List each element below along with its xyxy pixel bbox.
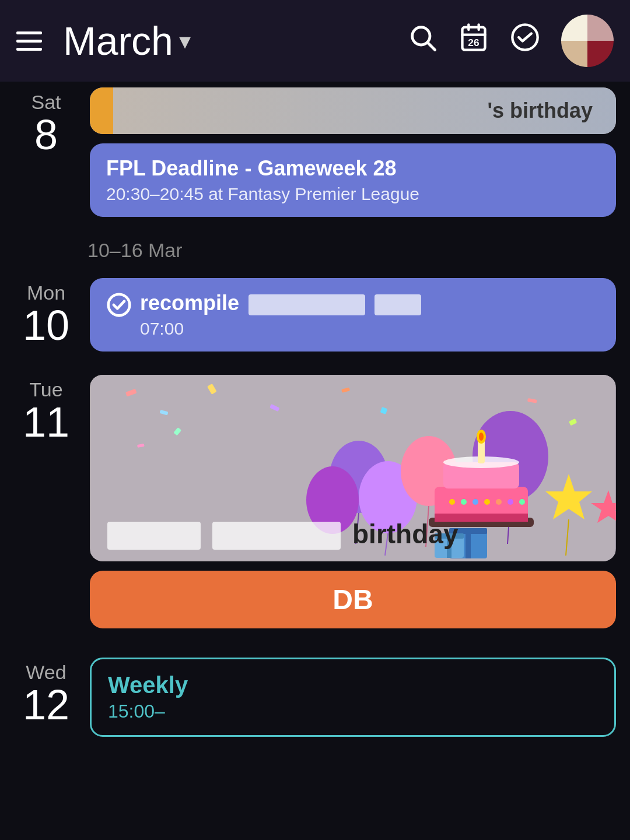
svg-point-41 xyxy=(461,499,467,505)
fpl-event[interactable]: FPL Deadline - Gameweek 28 20:30–20:45 a… xyxy=(90,143,616,217)
recompile-event-inner: recompile 07:00 xyxy=(106,291,600,339)
birthday-bg: birthday xyxy=(90,375,616,561)
avatar-cell-1 xyxy=(561,15,587,41)
avatar-cell-2 xyxy=(587,15,614,41)
calendar-day-button[interactable]: 26 xyxy=(459,22,489,59)
day-name-tue: Tue xyxy=(29,378,62,401)
month-title-area[interactable]: March ▾ xyxy=(63,18,407,64)
birthday-redacted-1 xyxy=(107,522,201,550)
svg-point-43 xyxy=(484,499,490,505)
day-label-mon10: Mon 10 xyxy=(14,278,78,346)
partial-event-text: 's birthday xyxy=(487,99,593,123)
day-num-8: 8 xyxy=(34,114,58,156)
month-dropdown-arrow[interactable]: ▾ xyxy=(179,27,191,54)
birthday-text: birthday xyxy=(352,518,458,550)
partial-birthday-event[interactable]: 's birthday xyxy=(90,87,616,134)
tasks-button[interactable] xyxy=(510,22,540,59)
task-check-icon xyxy=(106,292,132,324)
birthday-label-area: birthday xyxy=(107,518,598,550)
calendar-body: Sat 8 's birthday FPL Deadline - Gamewee… xyxy=(0,82,630,766)
svg-line-1 xyxy=(428,43,435,50)
weekly-time: 15:00– xyxy=(108,701,598,722)
day-label-sat8: Sat 8 xyxy=(14,87,78,156)
day-label-wed12: Wed 12 xyxy=(14,658,78,726)
app-header: March ▾ 26 xyxy=(0,0,630,82)
day-row-sat8: Sat 8 's birthday FPL Deadline - Gamewee… xyxy=(0,82,630,223)
day-name-mon: Mon xyxy=(27,282,65,304)
recompile-text: recompile 07:00 xyxy=(140,291,600,339)
events-sat8: 's birthday FPL Deadline - Gameweek 28 2… xyxy=(90,87,616,217)
menu-button[interactable] xyxy=(16,31,42,51)
events-tue11: birthday DB xyxy=(90,375,616,628)
avatar-cell-3 xyxy=(561,41,587,67)
day-name-wed: Wed xyxy=(26,661,66,684)
recompile-time: 07:00 xyxy=(140,319,600,339)
day-num-12: 12 xyxy=(23,684,69,726)
svg-point-8 xyxy=(108,294,130,316)
redacted-text-2 xyxy=(374,294,421,315)
svg-text:26: 26 xyxy=(468,37,480,48)
fpl-title: FPL Deadline - Gameweek 28 xyxy=(106,156,600,181)
recompile-title: recompile xyxy=(140,291,239,315)
day-label-tue11: Tue 11 xyxy=(14,375,78,443)
birthday-redacted-2 xyxy=(212,522,341,550)
svg-point-46 xyxy=(519,499,525,505)
user-avatar[interactable] xyxy=(561,15,614,67)
svg-point-40 xyxy=(449,499,455,505)
svg-point-39 xyxy=(479,433,484,441)
avatar-cell-4 xyxy=(587,41,614,67)
header-icons-area: 26 xyxy=(407,15,614,67)
svg-point-42 xyxy=(473,499,478,505)
weekly-event[interactable]: Weekly 15:00– xyxy=(90,658,616,737)
events-wed12: Weekly 15:00– xyxy=(90,658,616,737)
week-label: 10–16 Mar xyxy=(0,223,630,272)
redacted-text-1 xyxy=(249,294,365,315)
recompile-event[interactable]: recompile 07:00 xyxy=(90,278,616,352)
month-label: March xyxy=(63,18,173,64)
svg-point-45 xyxy=(508,499,513,505)
weekly-title: Weekly xyxy=(108,672,598,698)
events-mon10: recompile 07:00 xyxy=(90,278,616,352)
day-row-mon10: Mon 10 recompile xyxy=(0,272,630,357)
svg-point-44 xyxy=(496,499,502,505)
day-num-10: 10 xyxy=(23,304,69,346)
recompile-title-row: recompile xyxy=(140,291,600,319)
day-name-sat: Sat xyxy=(31,91,61,114)
day-row-wed12: Wed 12 Weekly 15:00– xyxy=(0,652,630,743)
db-title: DB xyxy=(106,584,600,616)
db-event[interactable]: DB xyxy=(90,571,616,628)
day-row-tue11: Tue 11 xyxy=(0,369,630,634)
birthday-event[interactable]: birthday xyxy=(90,375,616,561)
fpl-subtitle: 20:30–20:45 at Fantasy Premier League xyxy=(106,184,600,204)
search-button[interactable] xyxy=(407,22,438,59)
day-num-11: 11 xyxy=(23,401,69,443)
